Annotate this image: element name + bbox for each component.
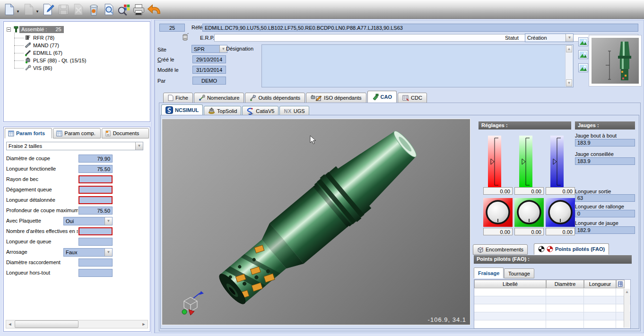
scroll-up-icon[interactable]: ▲	[624, 290, 630, 294]
column-diametre[interactable]: Diamètre	[546, 280, 584, 288]
column-longueur[interactable]: Longueur	[584, 280, 616, 288]
new-document-icon[interactable]	[2, 1, 17, 17]
tab-nx-ugs[interactable]: NX UGS	[279, 106, 309, 116]
param-field-dropdown[interactable]: Faux▼	[63, 248, 113, 257]
knob-red[interactable]	[483, 198, 513, 227]
tool-type-dropdown[interactable]: Fraise 2 tailles ▼	[6, 142, 143, 150]
tree-item[interactable]: VIS (86)	[26, 64, 150, 72]
tab-fiche[interactable]: Fiche	[163, 93, 193, 103]
table-row[interactable]	[474, 312, 630, 320]
tab-tournage[interactable]: Tournage	[504, 268, 534, 278]
chevron-down-icon[interactable]: ▼	[135, 142, 143, 150]
slider-blue[interactable]	[550, 136, 564, 188]
param-field-row: Diamètre raccordement	[4, 258, 150, 268]
site-dropdown[interactable]: SPR ▼	[191, 45, 227, 53]
chevron-down-icon[interactable]: ▼	[16, 9, 20, 14]
slider-blue-value[interactable]: 0.00	[546, 187, 575, 195]
param-field-input[interactable]: 75.50	[78, 165, 113, 173]
image-button-2[interactable]	[578, 50, 588, 59]
param-field-input[interactable]	[78, 175, 113, 183]
knob-green-value[interactable]: 0.00	[514, 228, 544, 235]
tree-item[interactable]: RFR (78)	[26, 34, 150, 42]
tree-item[interactable]: MAND (77)	[26, 42, 150, 49]
knob-green[interactable]	[514, 198, 544, 227]
param-field-input[interactable]	[78, 196, 113, 204]
tree-collapse-icon[interactable]	[7, 27, 11, 32]
knob-blue-value[interactable]: 0.00	[546, 228, 575, 235]
tree-root-row[interactable]: Assemblé : 25	[7, 26, 150, 33]
undo-icon[interactable]	[147, 1, 162, 17]
scroll-down-icon[interactable]: ▼	[566, 79, 572, 86]
tab-outils-dependants[interactable]: Outils dépendants	[245, 93, 305, 103]
scroll-left-icon[interactable]: ◄	[6, 320, 14, 328]
param-field-row: Rayon de bec	[4, 174, 150, 185]
tool-thumbnail[interactable]	[589, 35, 642, 86]
tab-iso-dependants[interactable]: ISO dépendants	[306, 93, 366, 103]
tab-cao[interactable]: CAO	[367, 91, 397, 103]
chevron-down-icon[interactable]: ▼	[104, 217, 112, 225]
param-field-input[interactable]	[78, 186, 113, 194]
tab-points-pilotes[interactable]: Points pilotés (FAO)	[534, 243, 609, 255]
reference-field[interactable]: EDMILL.DC79,90.LU75,50.LB102.LF75,50.RE0…	[202, 24, 638, 32]
slider-red[interactable]	[488, 136, 501, 188]
param-field-input[interactable]	[78, 238, 113, 246]
tab-param-comp[interactable]: Param comp.	[53, 128, 100, 138]
tab-encombrements[interactable]: Encombrements	[473, 244, 528, 255]
tab-param-forts[interactable]: Param forts	[5, 128, 52, 138]
table-row[interactable]	[474, 320, 630, 328]
table-row[interactable]	[474, 304, 630, 312]
slider-green-value[interactable]: 0.00	[514, 187, 544, 195]
trash-icon[interactable]	[86, 1, 101, 17]
param-field-dropdown[interactable]: Oui▼	[63, 217, 113, 225]
scrollbar-thumb[interactable]	[15, 320, 78, 328]
panel-splitter[interactable]	[151, 20, 155, 333]
erp-sync-icon[interactable]	[182, 33, 189, 42]
print-icon[interactable]	[131, 1, 147, 17]
knob-blue[interactable]	[546, 198, 575, 227]
param-field-input[interactable]	[78, 227, 113, 235]
search-colors-icon[interactable]	[116, 1, 131, 17]
param-field-input[interactable]: 79.90	[78, 155, 113, 163]
param-field-input[interactable]: 75.50	[78, 207, 113, 215]
3d-viewport[interactable]: -106.9, 34.1	[162, 119, 470, 325]
search-document-icon[interactable]	[101, 1, 116, 17]
tab-nomenclature[interactable]: Nomenclature	[194, 93, 244, 103]
viewport-coordinates: -106.9, 34.1	[428, 316, 466, 323]
column-libelle[interactable]: Libellé	[474, 280, 546, 288]
param-horizontal-scrollbar[interactable]: ◄ ►	[6, 320, 148, 328]
tab-fraisage[interactable]: Fraisage	[474, 267, 504, 278]
tab-documents[interactable]: Documents	[102, 128, 149, 138]
slider-green[interactable]	[519, 136, 532, 188]
save-icon[interactable]	[56, 1, 71, 17]
image-button-1[interactable]	[578, 37, 588, 46]
scroll-right-icon[interactable]: ►	[140, 320, 148, 328]
tab-cdc[interactable]: CDC	[398, 93, 427, 103]
table-options-button[interactable]	[616, 280, 625, 288]
param-field-label: Longueur de queue	[6, 239, 78, 244]
tab-topsolid[interactable]: TopSolid	[204, 106, 241, 116]
tree-item[interactable]: PLSF (88) - Qt. (15/15)	[26, 57, 150, 64]
scroll-up-icon[interactable]: ▲	[566, 45, 572, 52]
table-row[interactable]	[474, 296, 630, 304]
copy-document-icon[interactable]	[21, 1, 36, 17]
param-field-input[interactable]	[78, 258, 113, 267]
chevron-down-icon[interactable]: ▼	[566, 34, 573, 42]
designation-scrollbar[interactable]: ▲ ▼	[565, 45, 573, 86]
delete-document-icon[interactable]	[71, 1, 86, 17]
image-button-3[interactable]	[578, 63, 588, 72]
tab-label: UGS	[294, 108, 305, 114]
slider-red-value[interactable]: 0.00	[483, 187, 513, 195]
table-scrollbar[interactable]: ▲	[624, 289, 630, 327]
chevron-down-icon[interactable]: ▼	[104, 249, 112, 256]
param-field-input[interactable]	[78, 269, 113, 277]
erp-field[interactable]	[214, 34, 638, 42]
designation-textarea[interactable]: ▲ ▼	[261, 44, 574, 87]
statut-dropdown[interactable]: Création ▼	[525, 34, 574, 42]
tab-ncsimul[interactable]: NCSIMUL	[161, 104, 203, 116]
edit-document-icon[interactable]	[41, 1, 56, 17]
table-row[interactable]	[474, 288, 630, 296]
tab-catiav5[interactable]: CATIA CatiaV5	[242, 106, 278, 116]
tree-item[interactable]: EDMILL (67)	[26, 49, 150, 57]
knob-red-value[interactable]: 0.00	[483, 228, 513, 235]
tree-root-selected[interactable]: Assemblé : 25	[19, 26, 64, 33]
